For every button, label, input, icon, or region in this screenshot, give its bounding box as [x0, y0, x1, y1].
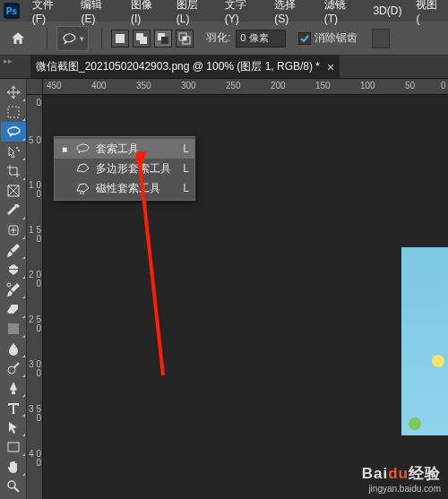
- ruler-tick: 0: [29, 99, 41, 108]
- separator: [101, 28, 102, 49]
- feather-input[interactable]: [236, 30, 286, 47]
- watermark-sub: jingyan.baidu.com: [362, 484, 441, 494]
- ruler-tick: 2 5 0: [29, 315, 41, 333]
- watermark-brand: Bai: [362, 465, 388, 482]
- ruler-tick: 400: [91, 81, 107, 90]
- menu-type[interactable]: 文字(Y): [218, 0, 267, 22]
- document-tab-strip: 微信截图_20210502042903.png @ 100% (图层 1, RG…: [0, 56, 448, 79]
- ruler-tick: 1 0 0: [29, 181, 41, 199]
- flyout-label: 多边形套索工具: [96, 161, 177, 176]
- clone-stamp-tool[interactable]: [1, 260, 26, 280]
- frame-tool[interactable]: [1, 181, 26, 201]
- lasso-tool[interactable]: [1, 122, 26, 142]
- svg-rect-0: [116, 34, 125, 43]
- watermark-brand: du: [388, 465, 409, 482]
- svg-point-16: [8, 366, 15, 374]
- panel-collapse-icon[interactable]: ▸▸: [4, 57, 13, 65]
- rectangle-tool[interactable]: [1, 437, 26, 457]
- ruler-tick: 100: [360, 81, 375, 90]
- zoom-tool[interactable]: [1, 477, 26, 496]
- flyout-item-magnetic-lasso[interactable]: 磁性套索工具 L: [55, 178, 194, 198]
- close-tab-icon[interactable]: ×: [327, 60, 334, 74]
- svg-rect-15: [8, 323, 19, 334]
- brush-tool[interactable]: [1, 240, 26, 260]
- selection-mode-new[interactable]: [111, 30, 129, 47]
- lasso-icon: [74, 142, 90, 155]
- ruler-tick: 2 0 0: [29, 271, 41, 288]
- ruler-tick: 450: [47, 81, 62, 90]
- lasso-icon: [61, 32, 77, 45]
- separator: [47, 28, 47, 49]
- flyout-shortcut: L: [183, 142, 189, 155]
- gradient-tool[interactable]: [1, 319, 26, 339]
- menu-layer[interactable]: 图层(L): [169, 0, 218, 22]
- ruler-tick: 3 5 0: [29, 405, 41, 423]
- ruler-tick: 4 0 0: [29, 450, 41, 468]
- move-tool[interactable]: [1, 82, 26, 102]
- menu-image[interactable]: 图像(I): [124, 0, 169, 22]
- eraser-tool[interactable]: [1, 299, 26, 319]
- menu-file[interactable]: 文件(F): [25, 0, 74, 22]
- svg-rect-4: [161, 37, 168, 44]
- options-overflow[interactable]: [372, 29, 390, 48]
- pen-tool[interactable]: [1, 378, 26, 398]
- document-tab[interactable]: 微信截图_20210502042903.png @ 100% (图层 1, RG…: [30, 56, 340, 78]
- svg-point-9: [16, 147, 18, 149]
- antialias-checkbox[interactable]: [298, 32, 311, 45]
- home-button[interactable]: [5, 26, 30, 51]
- quick-select-tool[interactable]: [1, 142, 26, 161]
- crop-tool[interactable]: [1, 161, 26, 181]
- svg-rect-2: [140, 37, 147, 44]
- svg-point-18: [8, 481, 15, 488]
- menu-select[interactable]: 选择(S): [267, 0, 316, 22]
- ruler-tick: 0: [441, 81, 446, 90]
- ruler-tick: 350: [136, 81, 151, 90]
- eyedropper-tool[interactable]: [1, 201, 26, 220]
- selection-mode-row: [111, 30, 194, 47]
- feather-label: 羽化:: [206, 30, 230, 46]
- ruler-vertical[interactable]: 0 5 0 1 0 0 1 5 0 2 0 0 2 5 0 3 0 0 3 5 …: [27, 95, 43, 499]
- flyout-label: 磁性套索工具: [96, 181, 177, 196]
- marquee-tool[interactable]: [1, 102, 26, 122]
- svg-rect-7: [183, 37, 186, 40]
- document-tab-title: 微信截图_20210502042903.png @ 100% (图层 1, RG…: [36, 59, 320, 74]
- type-tool[interactable]: [1, 398, 26, 417]
- menu-edit[interactable]: 编辑(E): [73, 0, 123, 22]
- svg-point-13: [7, 283, 11, 287]
- watermark: Baidu经验 jingyan.baidu.com: [362, 463, 441, 494]
- ruler-tick: 300: [181, 81, 196, 90]
- antialias-label: 消除锯齿: [314, 30, 358, 46]
- svg-rect-17: [8, 443, 19, 452]
- menu-view[interactable]: 视图(: [409, 0, 448, 22]
- healing-brush-tool[interactable]: [1, 220, 26, 240]
- svg-point-10: [18, 150, 20, 151]
- flyout-item-poly-lasso[interactable]: 多边形套索工具 L: [55, 159, 194, 178]
- ruler-origin[interactable]: [27, 79, 43, 95]
- history-brush-tool[interactable]: [1, 280, 26, 299]
- flyout-label: 套索工具: [96, 142, 177, 157]
- svg-rect-8: [8, 107, 19, 117]
- menu-3d[interactable]: 3D(D): [366, 0, 409, 22]
- polygon-lasso-icon: [74, 162, 90, 175]
- flyout-shortcut: L: [183, 162, 189, 175]
- hand-tool[interactable]: [1, 457, 26, 477]
- ruler-tick: 1 5 0: [29, 226, 41, 244]
- dropdown-caret-icon: ▾: [80, 34, 84, 43]
- selection-mode-intersect[interactable]: [176, 30, 194, 47]
- dodge-tool[interactable]: [1, 358, 26, 378]
- menu-filter[interactable]: 滤镜(T): [317, 0, 366, 22]
- selection-mode-add[interactable]: [133, 30, 151, 47]
- blur-tool[interactable]: [1, 339, 26, 358]
- magnetic-lasso-icon: [74, 182, 90, 194]
- ruler-tick: 3 0 0: [29, 360, 41, 378]
- selection-mode-subtract[interactable]: [154, 30, 172, 47]
- options-bar: ▾ 羽化: 消除锯齿: [0, 22, 448, 56]
- menu-bar: Ps 文件(F) 编辑(E) 图像(I) 图层(L) 文字(Y) 选择(S) 滤…: [0, 0, 448, 22]
- path-select-tool[interactable]: [1, 417, 26, 437]
- ruler-horizontal[interactable]: 450 400 350 300 250 200 150 100 50 0: [43, 79, 448, 95]
- current-tool-button[interactable]: ▾: [56, 26, 89, 51]
- ruler-tick: 50: [405, 81, 415, 90]
- flyout-item-lasso[interactable]: ■ 套索工具 L: [55, 139, 194, 159]
- home-icon: [10, 30, 26, 47]
- toolbox: [0, 79, 27, 499]
